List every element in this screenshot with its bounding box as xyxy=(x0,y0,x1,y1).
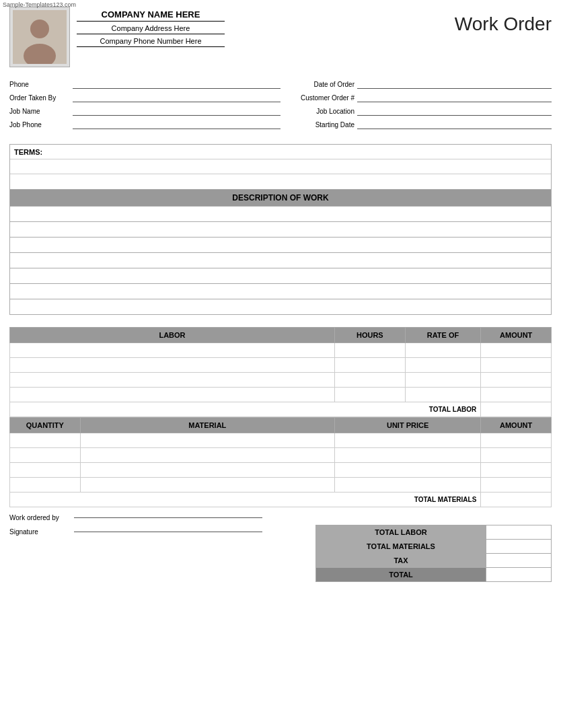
summary-tax-value[interactable] xyxy=(486,554,552,568)
form-fields: Phone Order Taken By Job Name Job Phone … xyxy=(9,79,552,132)
summary-total-label: TOTAL xyxy=(315,568,486,582)
job-phone-input-line[interactable] xyxy=(73,120,280,129)
company-phone: Company Phone Number Here xyxy=(77,37,225,47)
desc-row-4[interactable] xyxy=(9,253,552,268)
materials-table: QUANTITY MATERIAL UNIT PRICE AMOUNT xyxy=(9,417,552,507)
summary-total-labor-value[interactable] xyxy=(486,525,552,540)
mat-row-1[interactable] xyxy=(10,433,552,448)
header-left: COMPANY NAME HERE Company Address Here C… xyxy=(9,7,225,67)
phone-label: Phone xyxy=(9,81,70,88)
summary-total-labor-label: TOTAL LABOR xyxy=(315,525,486,540)
labor-col-hours: HOURS xyxy=(335,328,406,343)
mat-row-2[interactable] xyxy=(10,448,552,463)
phone-input-line[interactable] xyxy=(73,79,280,89)
terms-row-2[interactable] xyxy=(10,174,551,189)
signature-area: Work ordered by Signature xyxy=(9,514,283,536)
materials-total-row: TOTAL MATERIALS xyxy=(10,493,552,507)
form-row-phone: Phone xyxy=(9,79,280,89)
description-header: DESCRIPTION OF WORK xyxy=(9,190,552,207)
terms-header-row: TERMS: xyxy=(10,145,551,159)
mat-row-3[interactable] xyxy=(10,463,552,478)
order-taken-label: Order Taken By xyxy=(9,94,70,102)
summary-total-value[interactable] xyxy=(486,568,552,582)
terms-section: TERMS: xyxy=(9,144,552,190)
order-taken-input-line[interactable] xyxy=(73,93,280,102)
mat-col-qty: QUANTITY xyxy=(10,418,81,433)
form-row-job-location: Job Location xyxy=(280,106,552,116)
labor-total-row: TOTAL LABOR xyxy=(10,402,552,417)
bottom-section: Work ordered by Signature TOTAL LABOR xyxy=(9,514,552,582)
mat-row-4[interactable] xyxy=(10,478,552,493)
summary-row-tax: TAX xyxy=(296,554,552,568)
starting-date-input-line[interactable] xyxy=(357,120,552,129)
form-row-order-taken: Order Taken By xyxy=(9,93,280,102)
terms-label: TERMS: xyxy=(14,148,42,156)
labor-row-3[interactable] xyxy=(10,373,552,388)
company-name: COMPANY NAME HERE xyxy=(77,9,225,22)
form-row-date: Date of Order xyxy=(280,79,552,89)
terms-row-1[interactable] xyxy=(10,159,551,174)
summary-row-total-materials: TOTAL MATERIALS xyxy=(296,540,552,554)
signature-line[interactable] xyxy=(74,532,262,532)
work-order-title: Work Order xyxy=(455,13,552,35)
mat-col-amount: AMOUNT xyxy=(481,418,552,433)
desc-row-5[interactable] xyxy=(9,268,552,284)
company-logo xyxy=(9,7,70,67)
form-row-starting-date: Starting Date xyxy=(280,120,552,129)
work-ordered-label: Work ordered by xyxy=(9,514,70,521)
desc-row-7[interactable] xyxy=(9,299,552,315)
summary-tax-label: TAX xyxy=(315,554,486,568)
desc-row-3[interactable] xyxy=(9,238,552,253)
company-info: COMPANY NAME HERE Company Address Here C… xyxy=(77,7,225,50)
signature-row: Signature xyxy=(9,528,283,536)
date-input-line[interactable] xyxy=(357,79,552,89)
starting-date-label: Starting Date xyxy=(280,121,354,129)
materials-section: QUANTITY MATERIAL UNIT PRICE AMOUNT xyxy=(9,417,552,507)
labor-col-labor: LABOR xyxy=(10,328,335,343)
labor-row-2[interactable] xyxy=(10,358,552,373)
job-name-label: Job Name xyxy=(9,108,70,115)
summary-section: TOTAL LABOR TOTAL MATERIALS TAX xyxy=(296,514,552,582)
mat-col-material: MATERIAL xyxy=(80,418,334,433)
labor-col-rate: RATE OF xyxy=(405,328,481,343)
work-ordered-row: Work ordered by xyxy=(9,514,283,521)
form-col-right: Date of Order Customer Order # Job Locat… xyxy=(280,79,552,132)
labor-table: LABOR HOURS RATE OF AMOUNT xyxy=(9,327,552,417)
work-ordered-line[interactable] xyxy=(74,517,262,518)
labor-row-4[interactable] xyxy=(10,388,552,402)
watermark: Sample-Templates123.com xyxy=(3,1,76,8)
signature-label: Signature xyxy=(9,528,70,536)
svg-point-1 xyxy=(30,20,49,38)
job-name-input-line[interactable] xyxy=(73,106,280,116)
form-row-customer-order: Customer Order # xyxy=(280,93,552,102)
job-location-input-line[interactable] xyxy=(357,106,552,116)
customer-order-input-line[interactable] xyxy=(357,93,552,102)
summary-total-materials-value[interactable] xyxy=(486,540,552,554)
summary-row-total-labor: TOTAL LABOR xyxy=(296,525,552,540)
desc-row-1[interactable] xyxy=(9,207,552,222)
summary-table: TOTAL LABOR TOTAL MATERIALS TAX xyxy=(296,525,552,582)
desc-row-2[interactable] xyxy=(9,222,552,238)
form-row-job-phone: Job Phone xyxy=(9,120,280,129)
date-label: Date of Order xyxy=(280,81,354,88)
form-col-left: Phone Order Taken By Job Name Job Phone xyxy=(9,79,280,132)
summary-row-total: TOTAL xyxy=(296,568,552,582)
form-row-job-name: Job Name xyxy=(9,106,280,116)
labor-row-1[interactable] xyxy=(10,343,552,358)
mat-col-unit-price: UNIT PRICE xyxy=(334,418,480,433)
customer-order-label: Customer Order # xyxy=(280,94,354,102)
description-section: DESCRIPTION OF WORK xyxy=(9,190,552,315)
job-location-label: Job Location xyxy=(280,108,354,115)
header: COMPANY NAME HERE Company Address Here C… xyxy=(9,7,552,67)
job-phone-label: Job Phone xyxy=(9,121,70,129)
labor-col-amount: AMOUNT xyxy=(481,328,552,343)
summary-total-materials-label: TOTAL MATERIALS xyxy=(315,540,486,554)
company-address: Company Address Here xyxy=(77,24,225,34)
desc-row-6[interactable] xyxy=(9,284,552,299)
labor-section: LABOR HOURS RATE OF AMOUNT xyxy=(9,327,552,417)
